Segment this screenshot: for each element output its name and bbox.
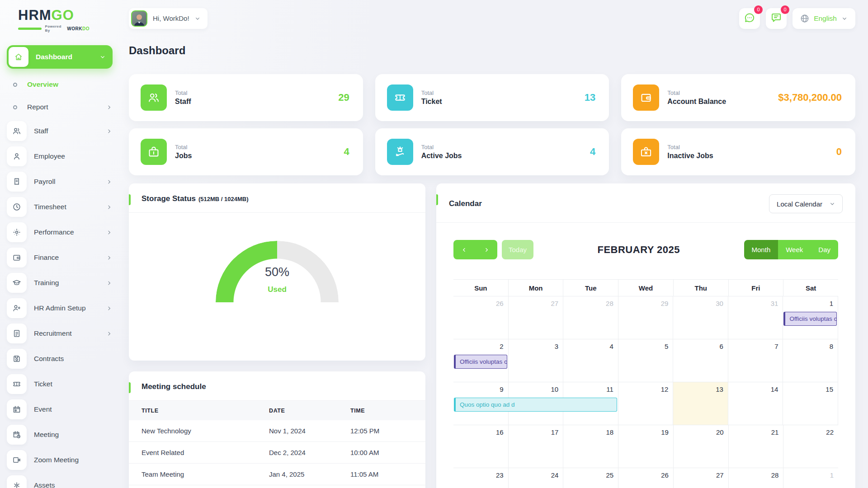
calendar-day-cell[interactable]: 5 bbox=[618, 339, 674, 382]
calendar-day-cell[interactable]: 27 bbox=[674, 468, 729, 488]
storage-percent: 50% bbox=[216, 265, 339, 279]
bullet-icon bbox=[13, 83, 17, 87]
sidebar-item-employee[interactable]: Employee bbox=[7, 146, 113, 166]
view-button-week[interactable]: Week bbox=[778, 240, 811, 259]
stat-cards: TotalStaff29TotalTicket13TotalAccount Ba… bbox=[129, 74, 855, 175]
sidebar-item-dashboard[interactable]: Dashboard bbox=[7, 45, 113, 69]
calendar-day-cell[interactable]: 19 bbox=[618, 425, 674, 468]
calendar-source-dropdown[interactable]: Local Calendar bbox=[769, 194, 843, 213]
language-selector[interactable]: English bbox=[793, 8, 855, 29]
sidebar-item-event[interactable]: Event bbox=[7, 399, 113, 419]
calendar-day-cell[interactable]: 28 bbox=[563, 296, 618, 339]
calendar-day-cell[interactable]: 20 bbox=[674, 425, 729, 468]
stat-card-total-inactive-jobs: TotalInactive Jobs0 bbox=[621, 128, 855, 175]
calendar-day-cell[interactable]: 17 bbox=[509, 425, 564, 468]
stat-card-total-jobs: TotalJobs4 bbox=[129, 128, 363, 175]
sidebar-item-label: Dashboard bbox=[36, 53, 72, 61]
calendar-day-cell[interactable]: 23 bbox=[453, 468, 509, 488]
stat-label: Inactive Jobs bbox=[667, 152, 713, 160]
calendar-day-cell[interactable]: 14 bbox=[728, 382, 783, 425]
sidebar-item-performance[interactable]: Performance bbox=[7, 222, 113, 242]
save-icon bbox=[7, 349, 27, 369]
sidebar-item-staff[interactable]: Staff bbox=[7, 121, 113, 141]
calendar-day-cell[interactable]: 24 bbox=[509, 468, 564, 488]
calendar-day-cell[interactable]: 6 bbox=[673, 339, 728, 382]
notifications-button[interactable]: 0 bbox=[766, 8, 787, 29]
sidebar-item-overview[interactable]: Overview bbox=[13, 77, 113, 92]
calendar-day-cell[interactable]: 16 bbox=[453, 425, 509, 468]
storage-subtitle: (512MB / 1024MB) bbox=[198, 196, 249, 202]
globe-icon bbox=[800, 14, 810, 23]
calendar-day-cell[interactable]: 13 bbox=[673, 382, 728, 425]
storage-title: Storage Status bbox=[142, 194, 196, 203]
view-button-month[interactable]: Month bbox=[744, 240, 778, 259]
users-icon bbox=[7, 121, 27, 141]
calendar-day-cell[interactable]: 28 bbox=[729, 468, 784, 488]
calendar-day-cell[interactable]: 31 bbox=[728, 296, 783, 339]
calendar-panel: Calendar Local Calendar Today FEBRUARY 2… bbox=[436, 183, 855, 488]
meeting-cell: 12:05 PM bbox=[350, 427, 413, 435]
sidebar-item-zoom-meeting[interactable]: Zoom Meeting bbox=[7, 450, 113, 470]
today-button[interactable]: Today bbox=[502, 240, 533, 259]
calendar-day-cell[interactable]: 25 bbox=[563, 468, 618, 488]
calendar-day-cell[interactable]: 27 bbox=[509, 296, 564, 339]
calendar-day-cell[interactable]: 7 bbox=[728, 339, 783, 382]
calendar-event[interactable]: Officiis voluptas c bbox=[783, 312, 837, 326]
sidebar-item-meeting[interactable]: Meeting bbox=[7, 425, 113, 445]
notifications-badge: 0 bbox=[781, 5, 789, 14]
sidebar-item-report[interactable]: Report bbox=[13, 99, 113, 115]
calendar-day-cell[interactable]: 3 bbox=[509, 339, 564, 382]
calendar-day-cell[interactable]: 1 bbox=[783, 468, 838, 488]
bag-hand-icon bbox=[387, 139, 413, 165]
sidebar-item-label: Performance bbox=[34, 228, 74, 236]
calendar-day-cell[interactable]: 4 bbox=[563, 339, 618, 382]
calendar-day-cell[interactable]: 8 bbox=[783, 339, 838, 382]
user-menu[interactable]: Hi, WorkDo! bbox=[129, 8, 208, 29]
sidebar-item-contracts[interactable]: Contracts bbox=[7, 349, 113, 369]
sidebar-item-recruitment[interactable]: Recruitment bbox=[7, 324, 113, 343]
meeting-schedule-panel: Meeting schedule TITLEDATETIME New Techn… bbox=[129, 371, 425, 488]
graduation-icon bbox=[7, 273, 27, 293]
chevron-down-icon bbox=[841, 15, 848, 22]
calendar-day-cell[interactable]: 18 bbox=[563, 425, 618, 468]
chevron-right-icon bbox=[106, 204, 113, 211]
sidebar-item-payroll[interactable]: Payroll bbox=[7, 172, 113, 192]
next-month-button[interactable] bbox=[476, 240, 498, 259]
calendar-day-cell[interactable]: 29 bbox=[618, 296, 674, 339]
stat-card-total-active-jobs: TotalActive Jobs4 bbox=[375, 128, 609, 175]
calendar-view-switcher: MonthWeekDay bbox=[744, 240, 838, 259]
ticket-icon bbox=[387, 84, 413, 111]
stat-texts: TotalTicket bbox=[421, 89, 442, 106]
calendar-day-cell[interactable]: 26 bbox=[453, 296, 509, 339]
chevron-down-icon bbox=[99, 53, 106, 61]
calendar-day-cell[interactable]: 22 bbox=[783, 425, 838, 468]
sidebar-item-label: Finance bbox=[34, 253, 59, 262]
view-button-day[interactable]: Day bbox=[811, 240, 838, 259]
app-logo[interactable]: HRMGO Powered By WORKDO bbox=[18, 8, 90, 33]
stat-texts: TotalStaff bbox=[175, 89, 191, 106]
chat-button[interactable]: 0 bbox=[739, 8, 760, 29]
meeting-col-date: DATE bbox=[269, 408, 350, 414]
sidebar-item-ticket[interactable]: Ticket bbox=[7, 374, 113, 394]
meeting-row-new-technology: New TechnologyNov 1, 202412:05 PM bbox=[129, 420, 425, 442]
calendar-grid: SunMonTueWedThuFriSat 2627282930311Offic… bbox=[453, 279, 838, 488]
prev-month-button[interactable] bbox=[453, 240, 476, 259]
calendar-day-cell[interactable]: 15 bbox=[783, 382, 838, 425]
calendar-day-cell[interactable]: 21 bbox=[729, 425, 784, 468]
sidebar-item-hr-admin-setup[interactable]: HR Admin Setup bbox=[7, 298, 113, 318]
calendar-day-cell[interactable]: 30 bbox=[673, 296, 728, 339]
calendar-event[interactable]: Officiis voluptas c bbox=[454, 355, 507, 369]
sidebar-item-timesheet[interactable]: Timesheet bbox=[7, 197, 113, 217]
calendar-week-row: 2627282930311Officiis voluptas c bbox=[453, 296, 838, 339]
user-icon bbox=[7, 146, 27, 166]
sidebar-item-assets[interactable]: Assets bbox=[7, 475, 113, 488]
calendar-event[interactable]: Quos optio quo ad d bbox=[454, 398, 617, 412]
sidebar-item-finance[interactable]: Finance bbox=[7, 248, 113, 267]
calendar-day-cell[interactable]: 12 bbox=[618, 382, 674, 425]
storage-panel-header: Storage Status (512MB / 1024MB) bbox=[129, 183, 425, 213]
document-icon bbox=[7, 324, 27, 343]
calendar-weekday-row: SunMonTueWedThuFriSat bbox=[453, 279, 838, 296]
sidebar-item-training[interactable]: Training bbox=[7, 273, 113, 293]
calendar-day-cell[interactable]: 26 bbox=[618, 468, 674, 488]
home-icon bbox=[9, 47, 28, 67]
